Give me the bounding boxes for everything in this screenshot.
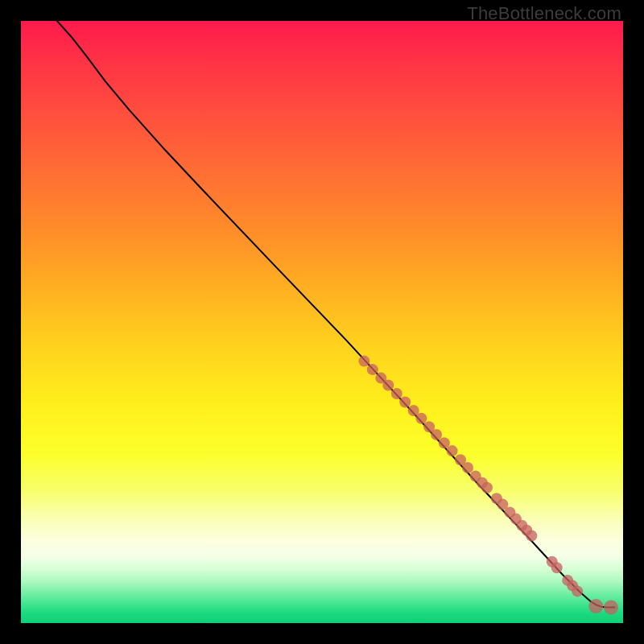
- data-point: [391, 388, 402, 399]
- data-point: [462, 462, 473, 473]
- data-point: [572, 585, 583, 597]
- data-point: [604, 601, 618, 615]
- chart-svg-layer: [21, 21, 623, 623]
- curve-line: [57, 21, 615, 608]
- data-point: [526, 530, 537, 542]
- data-point: [382, 380, 394, 391]
- data-point: [481, 482, 493, 493]
- data-point: [431, 429, 442, 440]
- data-point: [447, 445, 458, 456]
- plot-area: [21, 21, 623, 623]
- data-point: [551, 562, 563, 573]
- data-point: [367, 364, 378, 375]
- data-point: [358, 356, 369, 367]
- data-point: [588, 599, 603, 613]
- data-point: [399, 397, 411, 408]
- data-point: [415, 413, 427, 424]
- chart-frame: TheBottleneck.com: [0, 0, 644, 644]
